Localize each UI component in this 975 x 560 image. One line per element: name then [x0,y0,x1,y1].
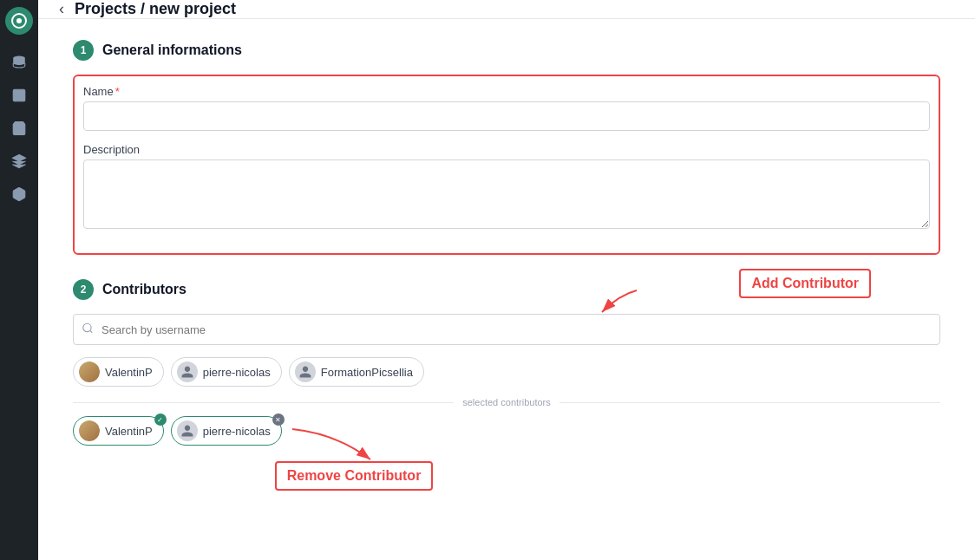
contributor-name-formation: FormationPicsellia [321,366,413,379]
description-label: Description [83,143,930,156]
database-icon[interactable] [5,49,33,76]
selected-avatar-pierre [177,420,198,441]
remove-badge-pierre[interactable]: ✕ [272,413,285,426]
name-label: Name* [83,85,930,98]
selected-chip-valentinp[interactable]: ValentinP ✓ [73,416,164,446]
selected-chip-pierre[interactable]: pierre-nicolas ✕ [171,416,282,446]
check-badge-valentinp: ✓ [154,413,167,426]
cart-icon[interactable] [5,114,33,142]
header: ‹ Projects / new project [38,0,975,19]
search-icon [82,322,94,337]
description-input[interactable] [83,160,930,229]
general-fields-highlighted: Name* Description [73,75,940,255]
contributor-chip-pierre-nicolas[interactable]: pierre-nicolas [171,357,282,387]
search-container [73,314,940,345]
section-contributors: 2 Contributors Add Contributor [73,279,940,506]
content-area: 1 General informations Name* Description [38,19,975,551]
required-star: * [115,85,120,98]
layers-icon[interactable] [5,147,33,175]
app-logo[interactable] [5,7,33,35]
sidebar [0,0,38,560]
contributor-name-pierre: pierre-nicolas [203,366,271,379]
name-field-group: Name* [83,85,930,131]
add-contributor-annotation: Add Contributor [739,269,871,298]
section1-title: General informations [102,42,242,58]
contributor-search-results: ValentinP pierre-nicolas FormationPicsel… [73,357,940,387]
section2-title: Contributors [102,282,186,297]
step2-badge: 2 [73,279,94,300]
divider-right [559,402,940,403]
section-general: 1 General informations Name* Description [73,40,940,255]
description-field-group: Description [83,143,930,232]
selected-divider: selected contributors [73,397,940,407]
avatar-pierre-nicolas [177,361,198,382]
contributor-chip-valentinp[interactable]: ValentinP [73,357,164,387]
image-icon[interactable] [5,81,33,109]
divider-label: selected contributors [454,397,559,407]
main-content: ‹ Projects / new project 1 General infor… [38,0,975,560]
contributor-name-valentinp: ValentinP [105,366,153,379]
remove-annotation-wrapper: pierre-nicolas ✕ Remove Contributor [171,416,282,446]
box-icon[interactable] [5,180,33,208]
name-input[interactable] [83,101,930,131]
selected-name-pierre: pierre-nicolas [203,425,271,438]
selected-avatar-valentinp [79,420,100,441]
svg-marker-4 [13,155,26,162]
avatar-formation [295,361,316,382]
footer-actions: Create [38,551,975,560]
svg-line-8 [90,330,93,333]
page-title: Projects / new project [75,0,236,18]
add-arrow [576,286,645,321]
search-input[interactable] [73,314,940,345]
svg-point-2 [16,92,17,94]
remove-contributor-annotation: Remove Contributor [275,461,434,491]
svg-point-7 [83,323,91,331]
selected-contributors-list: ValentinP ✓ pierre-nicolas ✕ [73,416,940,506]
section1-header: 1 General informations [73,40,940,61]
avatar-valentinp [79,361,100,382]
step1-badge: 1 [73,40,94,61]
selected-name-valentinp: ValentinP [105,425,153,438]
divider-left [73,402,454,403]
contributor-chip-formation[interactable]: FormationPicsellia [289,357,424,387]
back-button[interactable]: ‹ [59,0,64,18]
